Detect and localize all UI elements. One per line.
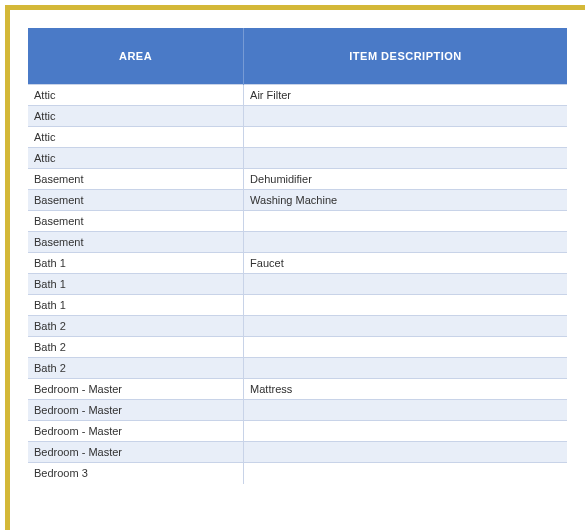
cell-description: Mattress [244,379,567,400]
cell-description [244,211,567,232]
table-row: Basement [28,232,567,253]
cell-description: Washing Machine [244,190,567,211]
cell-area: Bath 1 [28,274,244,295]
cell-area: Attic [28,148,244,169]
table-row: BasementWashing Machine [28,190,567,211]
cell-description [244,442,567,463]
table-row: Bath 2 [28,337,567,358]
cell-description: Air Filter [244,85,567,106]
cell-area: Basement [28,190,244,211]
cell-area: Bath 2 [28,337,244,358]
cell-description [244,400,567,421]
table-row: Bath 2 [28,316,567,337]
table-row: Bedroom - Master [28,421,567,442]
table-row: Bath 1 [28,295,567,316]
cell-description [244,232,567,253]
cell-area: Attic [28,85,244,106]
header-description: ITEM DESCRIPTION [244,28,567,85]
table-row: Bedroom 3 [28,463,567,484]
table-row: Bath 2 [28,358,567,379]
table-header-row: AREA ITEM DESCRIPTION [28,28,567,85]
cell-area: Basement [28,232,244,253]
inventory-table: AREA ITEM DESCRIPTION AtticAir FilterAtt… [28,28,567,484]
table-row: Attic [28,127,567,148]
table-row: Basement [28,211,567,232]
cell-area: Bath 1 [28,295,244,316]
cell-description [244,106,567,127]
cell-area: Bath 2 [28,316,244,337]
cell-area: Basement [28,169,244,190]
table-row: BasementDehumidifier [28,169,567,190]
table-row: Attic [28,148,567,169]
cell-description: Faucet [244,253,567,274]
header-area: AREA [28,28,244,85]
cell-description: Dehumidifier [244,169,567,190]
cell-description [244,337,567,358]
cell-description [244,316,567,337]
cell-description [244,421,567,442]
document-frame: AREA ITEM DESCRIPTION AtticAir FilterAtt… [5,5,585,530]
table-row: Bedroom - MasterMattress [28,379,567,400]
cell-description [244,148,567,169]
cell-description [244,127,567,148]
cell-description [244,295,567,316]
cell-area: Bedroom 3 [28,463,244,484]
table-row: Bedroom - Master [28,400,567,421]
cell-description [244,274,567,295]
table-row: AtticAir Filter [28,85,567,106]
cell-area: Bedroom - Master [28,421,244,442]
table-wrapper: AREA ITEM DESCRIPTION AtticAir FilterAtt… [28,28,567,484]
cell-description [244,358,567,379]
cell-area: Basement [28,211,244,232]
cell-area: Bedroom - Master [28,400,244,421]
table-row: Bedroom - Master [28,442,567,463]
table-row: Attic [28,106,567,127]
cell-description [244,463,567,484]
table-row: Bath 1Faucet [28,253,567,274]
table-row: Bath 1 [28,274,567,295]
cell-area: Attic [28,106,244,127]
cell-area: Bath 1 [28,253,244,274]
cell-area: Bath 2 [28,358,244,379]
cell-area: Bedroom - Master [28,442,244,463]
cell-area: Attic [28,127,244,148]
cell-area: Bedroom - Master [28,379,244,400]
